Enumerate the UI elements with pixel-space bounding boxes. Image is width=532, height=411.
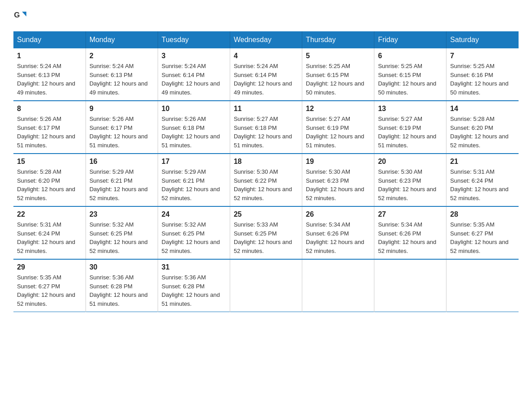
day-number: 20 — [378, 158, 442, 166]
day-number: 13 — [378, 105, 442, 113]
calendar-week-row: 15 Sunrise: 5:28 AMSunset: 6:20 PMDaylig… — [13, 154, 519, 206]
calendar-cell: 20 Sunrise: 5:30 AMSunset: 6:23 PMDaylig… — [374, 154, 446, 206]
calendar-cell: 4 Sunrise: 5:24 AMSunset: 6:14 PMDayligh… — [230, 48, 302, 101]
day-number: 12 — [306, 105, 370, 113]
day-info: Sunrise: 5:36 AMSunset: 6:28 PMDaylight:… — [90, 273, 154, 308]
day-number: 31 — [162, 263, 226, 271]
calendar-cell: 29 Sunrise: 5:35 AMSunset: 6:27 PMDaylig… — [13, 259, 86, 312]
day-number: 16 — [90, 158, 154, 166]
day-number: 30 — [90, 263, 154, 271]
day-info: Sunrise: 5:25 AMSunset: 6:16 PMDaylight:… — [450, 62, 515, 97]
calendar-cell: 23 Sunrise: 5:32 AMSunset: 6:25 PMDaylig… — [86, 206, 158, 259]
day-info: Sunrise: 5:31 AMSunset: 6:24 PMDaylight:… — [17, 220, 82, 255]
day-info: Sunrise: 5:32 AMSunset: 6:25 PMDaylight:… — [90, 220, 154, 255]
calendar-week-row: 1 Sunrise: 5:24 AMSunset: 6:13 PMDayligh… — [13, 48, 519, 101]
calendar-cell: 30 Sunrise: 5:36 AMSunset: 6:28 PMDaylig… — [86, 259, 158, 312]
day-number: 15 — [17, 158, 82, 166]
day-number: 8 — [17, 105, 82, 113]
logo: G — [13, 9, 30, 22]
calendar-cell — [446, 259, 519, 312]
calendar-cell: 19 Sunrise: 5:30 AMSunset: 6:23 PMDaylig… — [302, 154, 374, 206]
header-tuesday: Tuesday — [158, 31, 230, 48]
calendar-cell: 31 Sunrise: 5:36 AMSunset: 6:28 PMDaylig… — [158, 259, 230, 312]
day-info: Sunrise: 5:28 AMSunset: 6:20 PMDaylight:… — [450, 115, 515, 150]
calendar-cell: 10 Sunrise: 5:26 AMSunset: 6:18 PMDaylig… — [158, 101, 230, 154]
day-info: Sunrise: 5:29 AMSunset: 6:21 PMDaylight:… — [90, 167, 154, 202]
svg-marker-1 — [22, 12, 26, 17]
calendar-week-row: 29 Sunrise: 5:35 AMSunset: 6:27 PMDaylig… — [13, 259, 519, 312]
day-number: 25 — [234, 210, 298, 218]
calendar-cell: 21 Sunrise: 5:31 AMSunset: 6:24 PMDaylig… — [446, 154, 519, 206]
day-number: 24 — [162, 210, 226, 218]
calendar-cell — [302, 259, 374, 312]
calendar-cell — [374, 259, 446, 312]
logo-icon: G — [13, 9, 27, 22]
day-number: 29 — [17, 263, 82, 271]
calendar-cell: 27 Sunrise: 5:34 AMSunset: 6:26 PMDaylig… — [374, 206, 446, 259]
calendar-cell: 26 Sunrise: 5:34 AMSunset: 6:26 PMDaylig… — [302, 206, 374, 259]
day-info: Sunrise: 5:29 AMSunset: 6:21 PMDaylight:… — [162, 167, 226, 202]
calendar-header-row: SundayMondayTuesdayWednesdayThursdayFrid… — [13, 31, 519, 48]
header-wednesday: Wednesday — [230, 31, 302, 48]
day-number: 10 — [162, 105, 226, 113]
calendar-cell: 6 Sunrise: 5:25 AMSunset: 6:15 PMDayligh… — [374, 48, 446, 101]
day-number: 11 — [234, 105, 298, 113]
calendar-cell: 13 Sunrise: 5:27 AMSunset: 6:19 PMDaylig… — [374, 101, 446, 154]
calendar-table: SundayMondayTuesdayWednesdayThursdayFrid… — [13, 31, 519, 312]
day-info: Sunrise: 5:30 AMSunset: 6:22 PMDaylight:… — [234, 167, 298, 202]
day-number: 7 — [450, 52, 515, 60]
day-info: Sunrise: 5:26 AMSunset: 6:18 PMDaylight:… — [162, 115, 226, 150]
day-info: Sunrise: 5:27 AMSunset: 6:19 PMDaylight:… — [378, 115, 442, 150]
day-info: Sunrise: 5:34 AMSunset: 6:26 PMDaylight:… — [306, 220, 370, 255]
day-info: Sunrise: 5:27 AMSunset: 6:18 PMDaylight:… — [234, 115, 298, 150]
header-monday: Monday — [86, 31, 158, 48]
page-header: G — [13, 9, 519, 22]
calendar-cell: 9 Sunrise: 5:26 AMSunset: 6:17 PMDayligh… — [86, 101, 158, 154]
calendar-cell: 3 Sunrise: 5:24 AMSunset: 6:14 PMDayligh… — [158, 48, 230, 101]
day-number: 23 — [90, 210, 154, 218]
day-info: Sunrise: 5:24 AMSunset: 6:13 PMDaylight:… — [17, 62, 82, 97]
day-number: 4 — [234, 52, 298, 60]
calendar-cell: 22 Sunrise: 5:31 AMSunset: 6:24 PMDaylig… — [13, 206, 86, 259]
calendar-cell: 18 Sunrise: 5:30 AMSunset: 6:22 PMDaylig… — [230, 154, 302, 206]
day-info: Sunrise: 5:35 AMSunset: 6:27 PMDaylight:… — [450, 220, 515, 255]
day-info: Sunrise: 5:26 AMSunset: 6:17 PMDaylight:… — [90, 115, 154, 150]
day-info: Sunrise: 5:34 AMSunset: 6:26 PMDaylight:… — [378, 220, 442, 255]
day-number: 1 — [17, 52, 82, 60]
day-info: Sunrise: 5:26 AMSunset: 6:17 PMDaylight:… — [17, 115, 82, 150]
day-info: Sunrise: 5:27 AMSunset: 6:19 PMDaylight:… — [306, 115, 370, 150]
day-info: Sunrise: 5:30 AMSunset: 6:23 PMDaylight:… — [378, 167, 442, 202]
calendar-cell: 28 Sunrise: 5:35 AMSunset: 6:27 PMDaylig… — [446, 206, 519, 259]
calendar-cell: 11 Sunrise: 5:27 AMSunset: 6:18 PMDaylig… — [230, 101, 302, 154]
day-info: Sunrise: 5:32 AMSunset: 6:25 PMDaylight:… — [162, 220, 226, 255]
svg-text:G: G — [14, 11, 20, 19]
day-info: Sunrise: 5:35 AMSunset: 6:27 PMDaylight:… — [17, 273, 82, 308]
day-info: Sunrise: 5:28 AMSunset: 6:20 PMDaylight:… — [17, 167, 82, 202]
header-friday: Friday — [374, 31, 446, 48]
header-thursday: Thursday — [302, 31, 374, 48]
calendar-cell: 14 Sunrise: 5:28 AMSunset: 6:20 PMDaylig… — [446, 101, 519, 154]
day-info: Sunrise: 5:33 AMSunset: 6:25 PMDaylight:… — [234, 220, 298, 255]
day-info: Sunrise: 5:24 AMSunset: 6:14 PMDaylight:… — [234, 62, 298, 97]
day-number: 27 — [378, 210, 442, 218]
day-info: Sunrise: 5:31 AMSunset: 6:24 PMDaylight:… — [450, 167, 515, 202]
day-number: 14 — [450, 105, 515, 113]
day-number: 19 — [306, 158, 370, 166]
calendar-cell: 15 Sunrise: 5:28 AMSunset: 6:20 PMDaylig… — [13, 154, 86, 206]
calendar-cell: 8 Sunrise: 5:26 AMSunset: 6:17 PMDayligh… — [13, 101, 86, 154]
calendar-cell: 25 Sunrise: 5:33 AMSunset: 6:25 PMDaylig… — [230, 206, 302, 259]
calendar-cell: 17 Sunrise: 5:29 AMSunset: 6:21 PMDaylig… — [158, 154, 230, 206]
calendar-week-row: 8 Sunrise: 5:26 AMSunset: 6:17 PMDayligh… — [13, 101, 519, 154]
calendar-cell — [230, 259, 302, 312]
calendar-cell: 2 Sunrise: 5:24 AMSunset: 6:13 PMDayligh… — [86, 48, 158, 101]
header-saturday: Saturday — [446, 31, 519, 48]
calendar-week-row: 22 Sunrise: 5:31 AMSunset: 6:24 PMDaylig… — [13, 206, 519, 259]
day-info: Sunrise: 5:24 AMSunset: 6:14 PMDaylight:… — [162, 62, 226, 97]
day-number: 2 — [90, 52, 154, 60]
day-number: 21 — [450, 158, 515, 166]
day-number: 22 — [17, 210, 82, 218]
day-number: 28 — [450, 210, 515, 218]
calendar-cell: 16 Sunrise: 5:29 AMSunset: 6:21 PMDaylig… — [86, 154, 158, 206]
header-sunday: Sunday — [13, 31, 86, 48]
day-number: 26 — [306, 210, 370, 218]
